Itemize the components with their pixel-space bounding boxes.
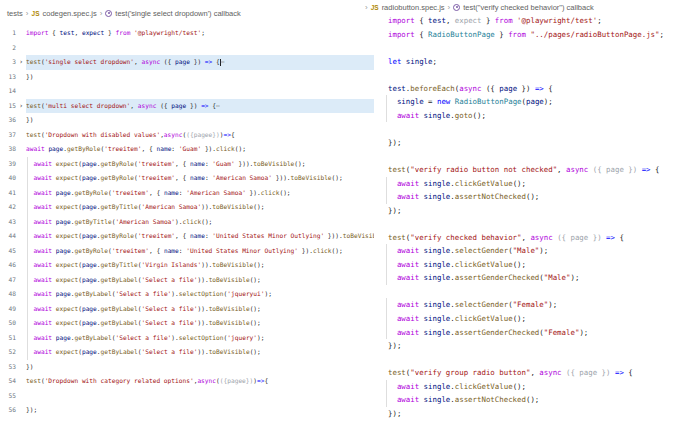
code-line[interactable]: 56}); (0, 403, 374, 418)
code-line[interactable]: import { test, expect } from '@playwrigh… (354, 14, 680, 28)
indent-guide (386, 298, 387, 312)
code-line[interactable]: await single.selectGender("Female"); (354, 298, 680, 312)
code-line[interactable]: 40 await expect(page.getByRole('treeitem… (0, 171, 374, 186)
code-line[interactable]: let single; (354, 55, 680, 69)
code-line[interactable]: test("verify group radio button", async … (354, 366, 680, 380)
fold-chevron-icon[interactable]: › (16, 99, 26, 114)
breadcrumb[interactable]: tests›JScodegen.spec.js›test('single sel… (0, 0, 374, 26)
code-line[interactable] (354, 353, 680, 367)
code-editor-screen: tests›JScodegen.spec.js›test('single sel… (0, 0, 680, 422)
code-line-text: test("verify group radio button", async … (354, 366, 680, 380)
breadcrumb-segment[interactable]: JSradiobutton.spec.js (371, 3, 445, 12)
code-line[interactable]: await single.clickGetValue(); (354, 258, 680, 272)
code-line[interactable] (354, 122, 680, 136)
code-line[interactable]: await single.assertGenderChecked("Male")… (354, 271, 680, 285)
code-line[interactable]: await single.selectGender("Male"); (354, 244, 680, 258)
code-line[interactable]: }); (354, 136, 680, 150)
code-line[interactable]: 36}) (0, 113, 374, 128)
code-line[interactable]: }); (354, 339, 680, 353)
code-line[interactable]: 49 await expect(page.getByLabel('Select … (0, 302, 374, 317)
code-line[interactable]: await single.clickGetValue(); (354, 312, 680, 326)
code-line[interactable] (354, 41, 680, 55)
code-line[interactable] (354, 217, 680, 231)
code-line[interactable]: }); (354, 407, 680, 421)
code-line[interactable]: 15›test('multi select dropdown', async (… (0, 99, 374, 114)
code-line-text (354, 122, 680, 136)
code-line[interactable]: await single.goto(); (354, 109, 680, 123)
fold-chevron-icon[interactable]: › (16, 55, 26, 70)
code-line[interactable]: await single.clickGetValue(); (354, 177, 680, 191)
code-line-text: test('Dropdown with disabled values',asy… (26, 128, 374, 143)
editor-gutter: 56 (0, 403, 26, 418)
code-line-text: }); (354, 407, 680, 421)
code-line[interactable]: }); (354, 204, 680, 218)
editor-gutter: 38 (0, 142, 26, 157)
code-line[interactable]: await single.assertGenderChecked("Female… (354, 326, 680, 340)
code-line[interactable]: await single.assertNotChecked(); (354, 190, 680, 204)
code-line[interactable]: 51 await page.getByLabel('Select a file'… (0, 331, 374, 346)
code-line[interactable]: 46 await expect(page.getByTitle('Virgin … (0, 258, 374, 273)
code-line[interactable]: 39 await expect(page.getByRole('treeitem… (0, 157, 374, 172)
code-line[interactable]: await single.clickGetValue(); (354, 380, 680, 394)
editor-gutter: 51 (0, 331, 26, 346)
code-line[interactable] (354, 68, 680, 82)
code-line[interactable]: test.beforeEach(async ({ page }) => { (354, 82, 680, 96)
line-number: 50 (0, 316, 16, 331)
code-line[interactable] (354, 285, 680, 299)
code-line[interactable] (354, 149, 680, 163)
code-line[interactable]: 52 await expect(page.getByLabel('Select … (0, 345, 374, 360)
code-line[interactable]: 42 await expect(page.getByTitle('America… (0, 200, 374, 215)
code-line[interactable]: import { RadioButtonPage } from "../page… (354, 28, 680, 42)
fold-ellipsis[interactable]: ⋯ (221, 58, 226, 65)
code-area: import { test, expect } from '@playwrigh… (354, 14, 680, 420)
code-line[interactable]: test("verify checked behavior", async ({… (354, 231, 680, 245)
line-number: 52 (0, 345, 16, 360)
code-line[interactable]: 53}) (0, 360, 374, 375)
left-editor-pane: tests›JScodegen.spec.js›test('single sel… (0, 0, 374, 422)
code-line[interactable]: 1import { test, expect } from '@playwrig… (0, 26, 374, 41)
code-line[interactable]: 43 await page.getByTitle('American Samoa… (0, 215, 374, 230)
code-line[interactable]: 2 (0, 41, 374, 56)
code-line[interactable]: await single.assertNotChecked(); (354, 393, 680, 407)
line-number: 40 (0, 171, 16, 186)
code-line[interactable]: 48 await page.getByLabel('Select a file'… (0, 287, 374, 302)
code-line-text: await expect(page.getByRole('treeitem', … (26, 171, 374, 186)
code-line[interactable]: 13}) (0, 70, 374, 85)
code-line[interactable]: test("verify radio button not checked", … (354, 163, 680, 177)
editor-gutter: 2 (0, 41, 26, 56)
code-line[interactable]: 41 await page.getByRole('treeitem', { na… (0, 186, 374, 201)
code-line[interactable]: 44 await expect(page.getByRole('treeitem… (0, 229, 374, 244)
code-line[interactable]: 45 await page.getByRole('treeitem', { na… (0, 244, 374, 259)
code-line-text: await expect(page.getByLabel('Select a f… (26, 316, 374, 331)
indent-guide (27, 157, 28, 172)
code-line[interactable]: 47 await expect(page.getByLabel('Select … (0, 273, 374, 288)
code-line[interactable]: 14 (0, 84, 374, 99)
code-line-text: await single.assertGenderChecked("Male")… (354, 271, 680, 285)
code-line[interactable]: 54test('Dropdown with category related o… (0, 374, 374, 389)
line-number: 53 (0, 360, 16, 375)
code-line-text: await expect(page.getByRole('treeitem', … (26, 157, 374, 172)
code-line[interactable]: 37test('Dropdown with disabled values',a… (0, 128, 374, 143)
code-line-text: await expect(page.getByLabel('Select a f… (26, 345, 374, 360)
code-line[interactable]: single = new RadioButtonPage(page); (354, 95, 680, 109)
indent-guide (386, 244, 387, 258)
breadcrumb[interactable]: ›JSradiobutton.spec.js›test("verify chec… (354, 0, 680, 14)
indent-guide (27, 244, 28, 259)
code-line[interactable]: 38await page.getByRole('treeitem', { nam… (0, 142, 374, 157)
code-line[interactable]: 3›test('single select dropdown', async (… (0, 55, 374, 70)
code-line-text: await expect(page.getByTitle('American S… (26, 200, 374, 215)
code-line-text: await expect(page.getByRole('treeitem', … (26, 229, 374, 244)
breadcrumb-segment[interactable]: test('single select dropdown') callback (105, 9, 240, 18)
code-line-text: await single.clickGetValue(); (354, 177, 680, 191)
code-line[interactable]: 55 (0, 389, 374, 404)
fold-ellipsis[interactable]: ⋯ (216, 102, 221, 109)
code-line[interactable]: 50 await expect(page.getByLabel('Select … (0, 316, 374, 331)
breadcrumb-segment[interactable]: JScodegen.spec.js (32, 9, 97, 18)
code-line-text: test("verify checked behavior", async ({… (354, 231, 680, 245)
fold-spacer (16, 331, 26, 346)
breadcrumb-segment[interactable]: tests (7, 9, 23, 18)
editor-gutter: 50 (0, 316, 26, 331)
code-line-text: let single; (354, 55, 680, 69)
breadcrumb-segment[interactable]: test("verify checked behavior") callback (453, 3, 593, 12)
editor-gutter: 36 (0, 113, 26, 128)
